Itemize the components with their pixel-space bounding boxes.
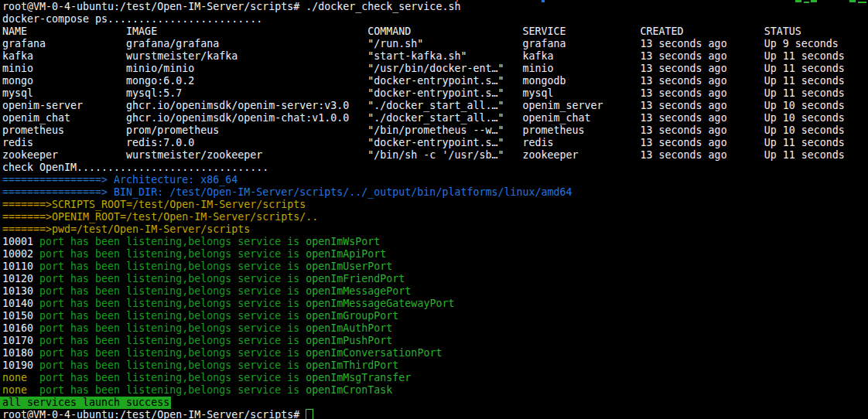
terminal-text: check OpenIM............................… <box>2 162 268 173</box>
check-openim-line: check OpenIM............................… <box>2 162 868 174</box>
terminal-text: ================> Architecture: x86_64 <box>2 174 238 186</box>
env-line: =======>SCRIPTS_ROOT=/test/Open-IM-Serve… <box>2 199 868 211</box>
terminal-text <box>27 372 39 383</box>
terminal-text: =======>OPENIM_ROOT=/test/Open-IM-Server… <box>2 211 318 223</box>
terminal-text: kafka wurstmeister/kafka "start-kafka.sh… <box>2 50 845 62</box>
terminal-text: port has been listening,belongs service … <box>39 285 306 297</box>
table-row: mongo mongo:6.0.2 "docker-entrypoint.s…"… <box>2 75 868 87</box>
terminal-text: =======>SCRIPTS_ROOT=/test/Open-IM-Serve… <box>2 199 306 210</box>
final-prompt-line: root@VM-0-4-ubuntu:/test/Open-IM-Server/… <box>2 409 868 419</box>
scrollback-fragment <box>858 2 866 3</box>
terminal-text: port has been listening,belongs service … <box>39 322 306 334</box>
terminal-text: 10002 <box>2 248 39 260</box>
terminal-text: openImGroupPort <box>306 310 398 322</box>
terminal-text: mysql mysql:5.7 "docker-entrypoint.s…" m… <box>2 87 845 99</box>
terminal-text: port has been listening,belongs service … <box>39 248 306 260</box>
table-row: redis redis:7.0.0 "docker-entrypoint.s…"… <box>2 137 868 149</box>
port-check-line: 10001 port has been listening,belongs se… <box>2 236 868 248</box>
terminal-text: port has been listening,belongs service … <box>39 236 306 247</box>
terminal-text: 10120 <box>2 273 39 284</box>
terminal-text: openImFriendPort <box>306 273 405 284</box>
terminal-text: root@VM-0-4-ubuntu:/test/Open-IM-Server/… <box>2 1 460 12</box>
terminal-text: ================> BIN_DIR: /test/Open-IM… <box>2 186 572 198</box>
port-check-line: none port has been listening,belongs ser… <box>2 372 868 384</box>
terminal-text: port has been listening,belongs service … <box>39 347 306 359</box>
table-row: minio minio/minio "/usr/bin/docker-ent…"… <box>2 63 868 75</box>
terminal-text: openImMessagePort <box>306 285 411 297</box>
terminal-text: port has been listening,belongs service … <box>39 384 306 396</box>
terminal-text: openImAuthPort <box>306 322 392 334</box>
terminal-text: prometheus prom/prometheus "/bin/prometh… <box>2 124 845 136</box>
terminal-text: port has been listening,belongs service … <box>39 310 306 322</box>
terminal-text: zookeeper wurstmeister/zookeeper "/bin/s… <box>2 149 845 161</box>
terminal-text: openImThirdPort <box>306 359 398 371</box>
terminal-text: openImWsPort <box>306 236 380 247</box>
terminal-text: NAME IMAGE COMMAND SERVICE CREATED STATU… <box>2 26 801 37</box>
env-line: =======>pwd=/test/Open-IM-Server/scripts <box>2 223 868 236</box>
architecture-line: ================> Architecture: x86_64 <box>2 174 868 186</box>
bindir-line: ================> BIN_DIR: /test/Open-IM… <box>2 186 868 199</box>
terminal-text: 10160 <box>2 322 39 334</box>
terminal-text: 10110 <box>2 261 39 272</box>
terminal-text: docker-compose ps.......................… <box>2 13 262 25</box>
table-row: mysql mysql:5.7 "docker-entrypoint.s…" m… <box>2 87 868 100</box>
terminal-text: openim-server ghcr.io/openimsdk/openim-s… <box>2 100 845 111</box>
terminal-text: openImApiPort <box>306 248 386 260</box>
terminal-text: mongo mongo:6.0.2 "docker-entrypoint.s…"… <box>2 75 845 87</box>
terminal-text: redis redis:7.0.0 "docker-entrypoint.s…"… <box>2 137 845 148</box>
terminal-text: port has been listening,belongs service … <box>39 335 306 346</box>
terminal-text: openImPushPort <box>306 335 392 346</box>
success-line: all services launch success <box>2 397 868 409</box>
port-check-line: 10002 port has been listening,belongs se… <box>2 248 868 261</box>
terminal-text: 10150 <box>2 310 39 322</box>
scrollback-fragment <box>804 2 809 3</box>
table-header: NAME IMAGE COMMAND SERVICE CREATED STATU… <box>2 26 868 38</box>
terminal-text: openImConversationPort <box>306 347 442 359</box>
terminal-text: port has been listening,belongs service … <box>39 261 306 272</box>
port-check-line: 10180 port has been listening,belongs se… <box>2 347 868 359</box>
terminal-text: 10130 <box>2 285 39 297</box>
terminal-text: none <box>2 372 27 383</box>
scrollback-fragment <box>811 0 817 2</box>
terminal-text: =======>pwd=/test/Open-IM-Server/scripts <box>2 223 250 235</box>
success-badge: all services launch success <box>0 397 171 409</box>
terminal-text: 10140 <box>2 298 39 309</box>
terminal-text: 10180 <box>2 347 39 359</box>
table-row: kafka wurstmeister/kafka "start-kafka.sh… <box>2 50 868 63</box>
prompt-line: root@VM-0-4-ubuntu:/test/Open-IM-Server/… <box>2 1 868 13</box>
env-line: =======>OPENIM_ROOT=/test/Open-IM-Server… <box>2 211 868 223</box>
port-check-line: 10150 port has been listening,belongs se… <box>2 310 868 322</box>
terminal-text <box>27 384 39 396</box>
scrollback-fragment <box>542 0 545 2</box>
table-row: prometheus prom/prometheus "/bin/prometh… <box>2 124 868 137</box>
table-row: openim-server ghcr.io/openimsdk/openim-s… <box>2 100 868 112</box>
terminal-text: 10190 <box>2 359 39 371</box>
terminal-screen[interactable]: root@VM-0-4-ubuntu:/test/Open-IM-Server/… <box>0 0 868 419</box>
terminal-text: root@VM-0-4-ubuntu:/test/Open-IM-Server/… <box>2 409 306 419</box>
terminal-text: minio minio/minio "/usr/bin/docker-ent…"… <box>2 63 845 74</box>
compose-ps-line: docker-compose ps.......................… <box>2 13 868 26</box>
terminal-cursor <box>306 409 313 419</box>
terminal-text: openImMessageGatewayPort <box>306 298 454 309</box>
terminal-text: grafana grafana/grafana "/run.sh" grafan… <box>2 38 839 49</box>
terminal-text: 10170 <box>2 335 39 346</box>
terminal-text: port has been listening,belongs service … <box>39 372 306 383</box>
port-check-line: 10120 port has been listening,belongs se… <box>2 273 868 285</box>
port-check-line: none port has been listening,belongs ser… <box>2 384 868 397</box>
scrollback-fragment <box>456 0 458 2</box>
port-check-line: 10130 port has been listening,belongs se… <box>2 285 868 298</box>
port-check-line: 10110 port has been listening,belongs se… <box>2 261 868 273</box>
terminal-text: openImMsgTransfer <box>306 372 411 383</box>
terminal-text: openImUserPort <box>306 261 392 272</box>
terminal-text: none <box>2 384 27 396</box>
terminal-text: port has been listening,belongs service … <box>39 298 306 309</box>
table-row: openim_chat ghcr.io/openimsdk/openim-cha… <box>2 112 868 124</box>
table-row: zookeeper wurstmeister/zookeeper "/bin/s… <box>2 149 868 162</box>
port-check-line: 10170 port has been listening,belongs se… <box>2 335 868 347</box>
terminal-text: port has been listening,belongs service … <box>39 359 306 371</box>
terminal-text: port has been listening,belongs service … <box>39 273 306 284</box>
scrollback-fragment <box>795 0 801 2</box>
terminal-text: openim_chat ghcr.io/openimsdk/openim-cha… <box>2 112 845 124</box>
port-check-line: 10160 port has been listening,belongs se… <box>2 322 868 335</box>
terminal-text: 10001 <box>2 236 39 247</box>
